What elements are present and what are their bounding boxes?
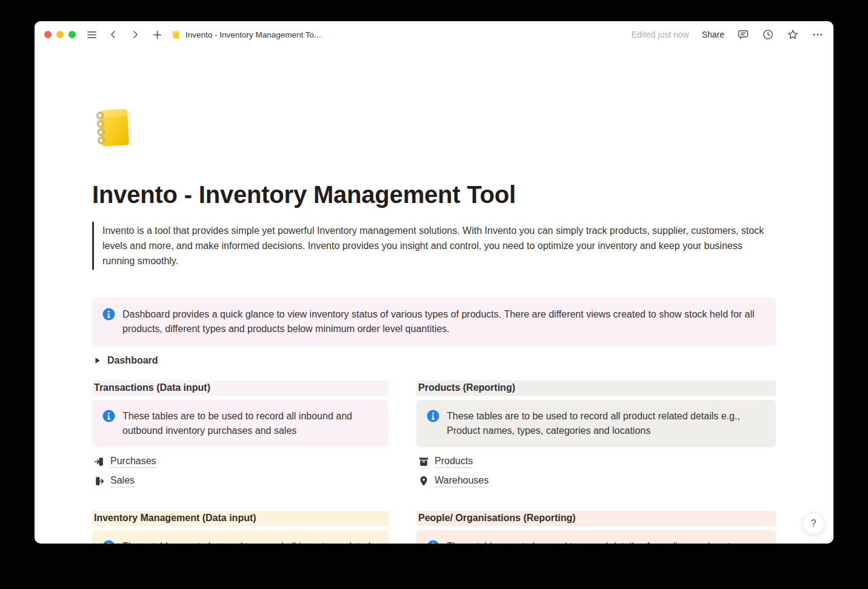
close-window-button[interactable]: [44, 31, 52, 38]
section-header-people-organisations: People/ Organisations (Reporting): [416, 511, 776, 526]
warehouses-link-label: Warehouses: [435, 475, 489, 487]
toggle-triangle-icon[interactable]: [95, 357, 101, 364]
zoom-window-button[interactable]: [68, 31, 76, 38]
page-tab[interactable]: Invento - Inventory Management To...: [172, 30, 321, 39]
page-notebook-icon[interactable]: [92, 104, 139, 151]
more-options-ellipsis-icon[interactable]: [812, 28, 824, 41]
back-chevron-icon[interactable]: [107, 28, 119, 41]
inventory-management-callout: These tables are to be used to record al…: [92, 530, 389, 544]
archive-box-icon: [418, 456, 430, 468]
tab-notebook-icon: [172, 30, 181, 39]
column-inventory-management: Inventory Management (Data input) These …: [92, 511, 389, 544]
transactions-callout-text: These tables are to be used to record al…: [122, 409, 379, 438]
info-icon: [102, 308, 115, 321]
forward-chevron-icon[interactable]: [129, 28, 141, 41]
transactions-callout: These tables are to be used to record al…: [92, 400, 389, 447]
exit-icon: [93, 475, 105, 487]
page-link-products[interactable]: Products: [416, 452, 776, 471]
window-toolbar: Invento - Inventory Management To... Edi…: [35, 21, 833, 48]
dashboard-toggle[interactable]: Dashboard: [92, 353, 776, 368]
column-products: Products (Reporting) These tables are to…: [416, 381, 776, 491]
dashboard-toggle-label: Dashboard: [107, 355, 158, 366]
notion-app-window: Invento - Inventory Management To... Edi…: [35, 21, 833, 544]
products-callout-text: These tables are to be used to record al…: [447, 409, 766, 438]
minimize-window-button[interactable]: [56, 31, 64, 38]
info-icon: [102, 540, 115, 544]
page-link-warehouses[interactable]: Warehouses: [416, 471, 776, 491]
section-header-products: Products (Reporting): [416, 381, 776, 396]
updates-clock-icon[interactable]: [762, 28, 774, 41]
inventory-management-callout-text: These tables are to be used to record al…: [122, 539, 379, 544]
people-organisations-callout-text: These tables are to be used to record de…: [447, 539, 757, 544]
favorite-star-icon[interactable]: [787, 28, 799, 41]
info-icon: [102, 410, 115, 422]
comments-icon[interactable]: [737, 28, 749, 41]
products-link-label: Products: [435, 456, 473, 468]
column-people-organisations: People/ Organisations (Reporting) These …: [416, 511, 776, 544]
info-icon: [427, 410, 439, 422]
traffic-lights: [44, 31, 76, 38]
tab-title: Invento - Inventory Management To...: [185, 30, 321, 39]
dashboard-callout: Dashboard provides a quick glance to vie…: [92, 298, 776, 346]
edited-status: Edited just now: [632, 30, 689, 39]
enter-icon: [93, 456, 105, 468]
people-organisations-callout: These tables are to be used to record de…: [416, 530, 776, 544]
info-icon: [427, 540, 439, 544]
purchases-link-label: Purchases: [110, 456, 156, 468]
intro-quote: Invento is a tool that provides simple y…: [92, 222, 776, 270]
sales-link-label: Sales: [110, 475, 135, 487]
section-header-inventory-management: Inventory Management (Data input): [92, 511, 389, 526]
page-content: Invento - Inventory Management Tool Inve…: [35, 48, 833, 544]
dashboard-callout-text: Dashboard provides a quick glance to vie…: [122, 307, 766, 336]
location-pin-icon: [418, 475, 430, 487]
section-header-transactions: Transactions (Data input): [92, 381, 389, 396]
page-link-purchases[interactable]: Purchases: [92, 452, 389, 471]
column-transactions: Transactions (Data input) These tables a…: [92, 381, 389, 491]
new-tab-plus-icon[interactable]: [151, 28, 163, 41]
page-title: Invento - Inventory Management Tool: [92, 181, 776, 208]
help-button[interactable]: ?: [803, 513, 824, 534]
page-link-sales[interactable]: Sales: [92, 471, 389, 491]
share-button[interactable]: Share: [702, 30, 724, 39]
products-callout: These tables are to be used to record al…: [416, 400, 776, 447]
sidebar-toggle-icon[interactable]: [85, 28, 98, 41]
